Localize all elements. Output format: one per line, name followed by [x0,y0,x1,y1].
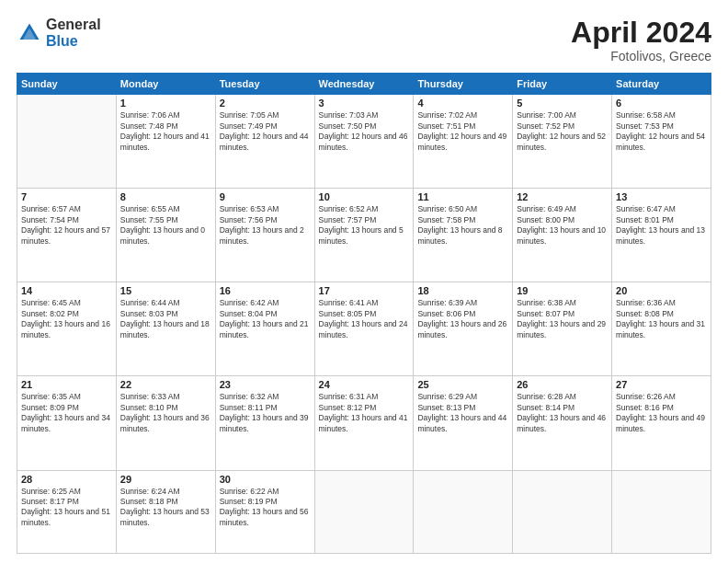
day-info-7: Sunrise: 6:57 AMSunset: 7:54 PMDaylight:… [21,204,112,247]
day-number-28: 28 [21,474,112,485]
day-number-18: 18 [417,285,508,296]
cell-2-6: 20Sunrise: 6:36 AMSunset: 8:08 PMDayligh… [612,282,711,376]
header: General Blue April 2024 Fotolivos, Greec… [17,17,711,63]
cell-3-1: 22Sunrise: 6:33 AMSunset: 8:10 PMDayligh… [116,376,215,470]
cell-2-3: 17Sunrise: 6:41 AMSunset: 8:05 PMDayligh… [314,282,414,376]
day-number-24: 24 [319,379,410,390]
day-info-11: Sunrise: 6:50 AMSunset: 7:58 PMDaylight:… [417,204,508,247]
day-number-1: 1 [120,98,211,109]
day-info-1: Sunrise: 7:06 AMSunset: 7:48 PMDaylight:… [120,110,211,153]
header-saturday: Saturday [612,74,711,95]
cell-1-2: 9Sunrise: 6:53 AMSunset: 7:56 PMDaylight… [215,189,314,282]
day-number-26: 26 [517,379,608,390]
cell-4-0: 28Sunrise: 6:25 AMSunset: 8:17 PMDayligh… [17,470,117,554]
weekday-header-row: Sunday Monday Tuesday Wednesday Thursday… [17,74,711,95]
day-number-11: 11 [417,191,508,202]
day-number-21: 21 [21,379,112,390]
day-info-6: Sunrise: 6:58 AMSunset: 7:53 PMDaylight:… [616,110,707,153]
cell-0-3: 3Sunrise: 7:03 AMSunset: 7:50 PMDaylight… [314,95,414,189]
week-row-2: 7Sunrise: 6:57 AMSunset: 7:54 PMDaylight… [17,189,711,282]
cell-2-0: 14Sunrise: 6:45 AMSunset: 8:02 PMDayligh… [17,282,117,376]
cell-4-6 [612,470,711,554]
cell-1-5: 12Sunrise: 6:49 AMSunset: 8:00 PMDayligh… [513,189,612,282]
day-info-8: Sunrise: 6:55 AMSunset: 7:55 PMDaylight:… [120,204,211,247]
location: Fotolivos, Greece [571,49,711,63]
day-info-15: Sunrise: 6:44 AMSunset: 8:03 PMDaylight:… [120,298,211,340]
day-info-20: Sunrise: 6:36 AMSunset: 8:08 PMDaylight:… [616,298,707,340]
cell-3-5: 26Sunrise: 6:28 AMSunset: 8:14 PMDayligh… [513,376,612,470]
header-monday: Monday [116,74,215,95]
header-thursday: Thursday [414,74,513,95]
day-number-3: 3 [319,98,410,109]
cell-0-2: 2Sunrise: 7:05 AMSunset: 7:49 PMDaylight… [215,95,314,189]
day-number-13: 13 [616,191,707,202]
logo: General Blue [17,17,101,49]
day-number-15: 15 [120,285,211,296]
day-number-30: 30 [220,474,311,485]
day-info-26: Sunrise: 6:28 AMSunset: 8:14 PMDaylight:… [517,392,608,434]
day-number-9: 9 [220,191,311,202]
cell-2-2: 16Sunrise: 6:42 AMSunset: 8:04 PMDayligh… [215,282,314,376]
cell-3-3: 24Sunrise: 6:31 AMSunset: 8:12 PMDayligh… [314,376,414,470]
day-info-18: Sunrise: 6:39 AMSunset: 8:06 PMDaylight:… [417,298,508,340]
cell-0-1: 1Sunrise: 7:06 AMSunset: 7:48 PMDaylight… [116,95,215,189]
day-info-13: Sunrise: 6:47 AMSunset: 8:01 PMDaylight:… [616,204,707,247]
day-number-2: 2 [220,98,311,109]
header-wednesday: Wednesday [314,74,414,95]
day-info-28: Sunrise: 6:25 AMSunset: 8:17 PMDaylight:… [21,487,112,529]
cell-1-1: 8Sunrise: 6:55 AMSunset: 7:55 PMDaylight… [116,189,215,282]
day-number-7: 7 [21,191,112,202]
cell-0-0 [17,95,117,189]
day-info-27: Sunrise: 6:26 AMSunset: 8:16 PMDaylight:… [616,392,707,434]
header-friday: Friday [513,74,612,95]
week-row-4: 21Sunrise: 6:35 AMSunset: 8:09 PMDayligh… [17,376,711,470]
cell-2-5: 19Sunrise: 6:38 AMSunset: 8:07 PMDayligh… [513,282,612,376]
cell-1-0: 7Sunrise: 6:57 AMSunset: 7:54 PMDaylight… [17,189,117,282]
day-number-29: 29 [120,474,211,485]
logo-icon [17,20,42,46]
day-info-16: Sunrise: 6:42 AMSunset: 8:04 PMDaylight:… [220,298,311,340]
day-info-29: Sunrise: 6:24 AMSunset: 8:18 PMDaylight:… [120,487,211,529]
day-number-12: 12 [517,191,608,202]
cell-0-4: 4Sunrise: 7:02 AMSunset: 7:51 PMDaylight… [414,95,513,189]
week-row-5: 28Sunrise: 6:25 AMSunset: 8:17 PMDayligh… [17,470,711,554]
day-info-17: Sunrise: 6:41 AMSunset: 8:05 PMDaylight:… [319,298,410,340]
cell-3-6: 27Sunrise: 6:26 AMSunset: 8:16 PMDayligh… [612,376,711,470]
week-row-1: 1Sunrise: 7:06 AMSunset: 7:48 PMDaylight… [17,95,711,189]
cell-1-4: 11Sunrise: 6:50 AMSunset: 7:58 PMDayligh… [414,189,513,282]
day-info-19: Sunrise: 6:38 AMSunset: 8:07 PMDaylight:… [517,298,608,340]
day-info-30: Sunrise: 6:22 AMSunset: 8:19 PMDaylight:… [220,487,311,529]
day-info-22: Sunrise: 6:33 AMSunset: 8:10 PMDaylight:… [120,392,211,434]
cell-2-1: 15Sunrise: 6:44 AMSunset: 8:03 PMDayligh… [116,282,215,376]
page: General Blue April 2024 Fotolivos, Greec… [0,0,728,563]
cell-3-0: 21Sunrise: 6:35 AMSunset: 8:09 PMDayligh… [17,376,117,470]
header-sunday: Sunday [17,74,117,95]
day-number-14: 14 [21,285,112,296]
week-row-3: 14Sunrise: 6:45 AMSunset: 8:02 PMDayligh… [17,282,711,376]
logo-blue: Blue [46,33,101,50]
cell-4-3 [314,470,414,554]
day-info-24: Sunrise: 6:31 AMSunset: 8:12 PMDaylight:… [319,392,410,434]
day-info-25: Sunrise: 6:29 AMSunset: 8:13 PMDaylight:… [417,392,508,434]
day-info-23: Sunrise: 6:32 AMSunset: 8:11 PMDaylight:… [220,392,311,434]
logo-general: General [46,17,101,33]
day-info-14: Sunrise: 6:45 AMSunset: 8:02 PMDaylight:… [21,298,112,340]
header-tuesday: Tuesday [215,74,314,95]
day-number-19: 19 [517,285,608,296]
cell-4-4 [414,470,513,554]
cell-3-2: 23Sunrise: 6:32 AMSunset: 8:11 PMDayligh… [215,376,314,470]
day-number-5: 5 [517,98,608,109]
day-number-6: 6 [616,98,707,109]
cell-4-5 [513,470,612,554]
day-info-3: Sunrise: 7:03 AMSunset: 7:50 PMDaylight:… [319,110,410,153]
title-area: April 2024 Fotolivos, Greece [571,17,711,63]
day-info-4: Sunrise: 7:02 AMSunset: 7:51 PMDaylight:… [417,110,508,153]
cell-1-6: 13Sunrise: 6:47 AMSunset: 8:01 PMDayligh… [612,189,711,282]
logo-text: General Blue [46,17,101,49]
calendar-table: Sunday Monday Tuesday Wednesday Thursday… [17,73,711,554]
day-info-10: Sunrise: 6:52 AMSunset: 7:57 PMDaylight:… [319,204,410,247]
day-number-8: 8 [120,191,211,202]
day-info-5: Sunrise: 7:00 AMSunset: 7:52 PMDaylight:… [517,110,608,153]
cell-3-4: 25Sunrise: 6:29 AMSunset: 8:13 PMDayligh… [414,376,513,470]
day-info-9: Sunrise: 6:53 AMSunset: 7:56 PMDaylight:… [220,204,311,247]
